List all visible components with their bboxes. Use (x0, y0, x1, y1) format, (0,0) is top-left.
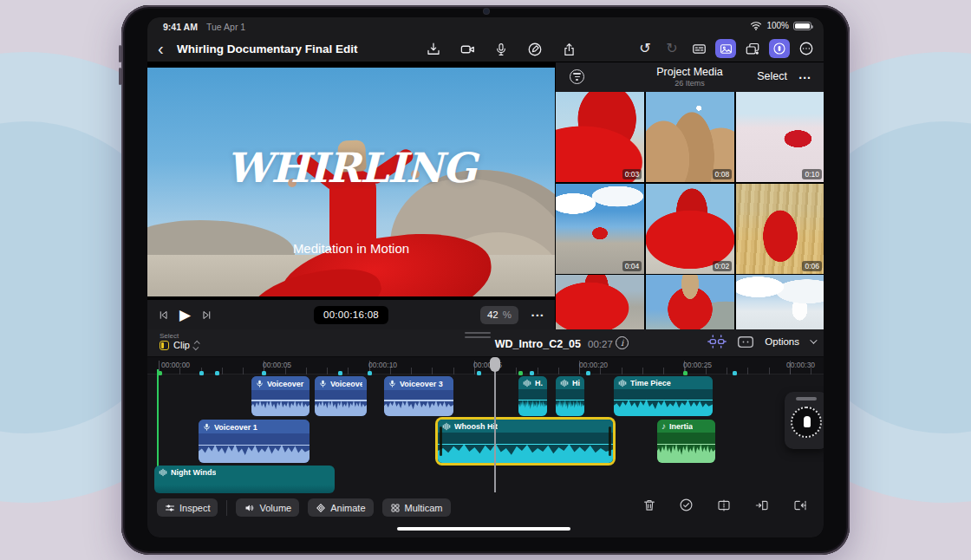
more-menu-button[interactable] (796, 39, 817, 58)
home-indicator[interactable] (397, 527, 570, 531)
wave-icon (523, 379, 531, 387)
draw-button[interactable] (525, 40, 545, 59)
jog-wheel-toggle-button[interactable] (769, 39, 790, 58)
ruler-label: 00:00:25 (683, 361, 712, 369)
timeline-clip-voiceover-2[interactable]: Voiceover 2 (315, 376, 367, 416)
record-video-button[interactable] (457, 40, 478, 59)
skip-to-end-button[interactable] (201, 309, 212, 321)
skip-to-start-button[interactable] (158, 309, 169, 321)
ruler-label: 00:00:30 (786, 361, 815, 369)
trim-handle-right[interactable] (609, 427, 611, 456)
divider (226, 500, 227, 516)
redo-button[interactable]: ↻ (661, 39, 682, 58)
keyframe-dot[interactable] (338, 371, 342, 375)
media-browser-button[interactable] (715, 39, 736, 58)
keyframe-dot[interactable] (586, 371, 590, 375)
media-thumbnail[interactable]: 0:04 (556, 184, 644, 274)
keyframe-dot[interactable] (683, 371, 688, 375)
media-thumbnail[interactable]: 0:03 (556, 92, 644, 182)
connect-clip-button[interactable] (737, 335, 754, 349)
playhead[interactable] (494, 357, 496, 492)
timeline-clip-high-[interactable]: High.. (556, 376, 584, 416)
overwrite-clip-button[interactable] (792, 498, 808, 512)
overlay-clip-button[interactable] (742, 39, 763, 58)
clip-header: Voiceover 3 (384, 376, 453, 390)
volume-button[interactable]: Volume (236, 498, 299, 517)
media-thumbnail[interactable] (736, 275, 824, 330)
inspect-button[interactable]: Inspect (157, 498, 218, 517)
timeline-clip-h-[interactable]: H.. (518, 376, 547, 416)
button-label: Inspect (179, 503, 210, 513)
split-clip-button[interactable] (716, 498, 732, 512)
timeline-canvas[interactable]: Voiceover 2 Voiceover 2 Voiceover 3 H.. … (147, 374, 824, 494)
undo-button[interactable]: ↺ (635, 39, 655, 58)
zoom-level-control[interactable]: 42 % (480, 306, 518, 324)
keyframe-dot[interactable] (199, 371, 204, 375)
top-toolbar: ‹ Whirling Documentary Final Edit ↺ ↻ (147, 36, 824, 62)
ruler-label: 00:00:10 (368, 361, 397, 369)
timeline-clip-whoosh-hit[interactable]: Whoosh Hit (438, 420, 613, 463)
video-preview[interactable]: WHIRLING Meditation in Motion (147, 68, 555, 296)
trim-handle-left[interactable] (440, 427, 442, 456)
share-button[interactable] (558, 40, 579, 59)
viewer-more-button[interactable]: ... (531, 304, 544, 319)
media-thumbnail[interactable]: 0:06 (736, 184, 824, 274)
clip-duration-badge: 0:04 (622, 261, 642, 271)
approve-button[interactable] (679, 498, 694, 512)
keyframe-dot[interactable] (158, 371, 162, 375)
media-select-button[interactable]: Select (757, 70, 787, 82)
jog-wheel-dial[interactable] (791, 407, 822, 438)
insert-clip-button[interactable] (754, 498, 770, 512)
timeline-clip-voiceover-1[interactable]: Voiceover 1 (199, 420, 310, 463)
import-button[interactable] (423, 40, 444, 59)
media-thumbnail[interactable]: 0:08 (646, 92, 734, 182)
animate-icon (316, 503, 326, 513)
media-thumbnail[interactable]: 0:10 (736, 92, 824, 182)
jog-wheel[interactable] (785, 392, 824, 449)
media-thumbnail[interactable] (646, 275, 734, 330)
keyframe-dot[interactable] (368, 371, 372, 375)
timeline-clip-inertia[interactable]: ♪ Inertia (657, 420, 715, 463)
timeline-clip-time-piece[interactable]: Time Piece (614, 376, 713, 416)
clip-header: Voiceover 1 (199, 420, 310, 433)
clip-waveform (614, 389, 713, 416)
timeline-overview-button[interactable] (707, 334, 727, 349)
play-button[interactable]: ▶ (179, 306, 191, 324)
media-more-button[interactable]: ... (798, 68, 811, 81)
jog-wheel-handle[interactable] (796, 397, 817, 400)
keyframe-dot[interactable] (215, 371, 219, 375)
volume-down-button (119, 68, 121, 85)
transport-bar: ▶ 00:00:16:08 42 % ... (147, 299, 555, 329)
timeline-clip-voiceover-2[interactable]: Voiceover 2 (251, 376, 310, 416)
keyframe-dot[interactable] (733, 371, 737, 375)
media-thumbnail[interactable] (556, 275, 644, 330)
keyframe-dot[interactable] (518, 371, 523, 375)
record-audio-button[interactable] (491, 40, 512, 59)
keyframe-dot[interactable] (530, 371, 534, 375)
keyframe-dot[interactable] (262, 371, 266, 375)
playhead-handle[interactable] (490, 357, 500, 372)
multicam-button[interactable]: Multicam (382, 498, 451, 517)
options-button[interactable]: Options (765, 336, 799, 347)
clip-tool-selector[interactable]: Clip (160, 340, 199, 350)
animate-button[interactable]: Animate (308, 498, 373, 517)
keyframe-dot[interactable] (477, 371, 481, 375)
screen: 9:41 AM Tue Apr 1 100% ‹ Whirling Docume… (147, 17, 824, 537)
media-thumbnail[interactable]: 0:02 (646, 184, 734, 274)
timeline-clip-voiceover-3[interactable]: Voiceover 3 (384, 376, 453, 416)
delete-button[interactable] (642, 498, 656, 512)
button-label: Volume (259, 503, 291, 513)
chevron-down-icon (810, 336, 817, 343)
inspect-icon (165, 503, 175, 513)
timeline-ruler[interactable]: 00:00:0000:00:0500:00:1000:00:1500:00:20… (147, 357, 824, 374)
clip-waveform (556, 389, 584, 416)
clip-duration-badge: 0:10 (802, 169, 822, 179)
back-button[interactable]: ‹ (158, 37, 164, 60)
titles-button[interactable] (688, 39, 709, 58)
timecode-display[interactable]: 00:00:16:08 (314, 306, 388, 324)
clip-name-label: Night Winds (171, 468, 216, 477)
clip-info-button[interactable]: i (616, 336, 629, 349)
clip-name-label: Voiceover 2 (267, 380, 305, 388)
timeline-clip-night-winds[interactable]: Night Winds (154, 466, 335, 493)
mode-label: Select (160, 332, 179, 340)
